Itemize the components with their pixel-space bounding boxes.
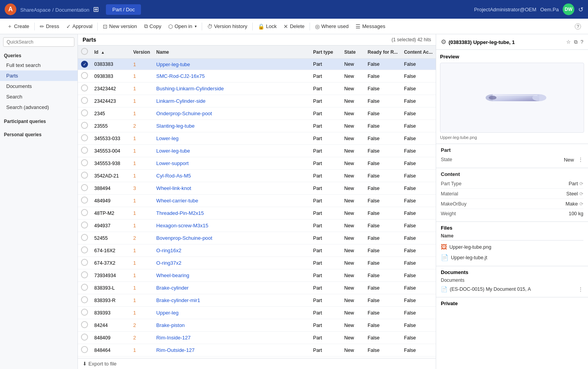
help-detail-icon[interactable]: ? bbox=[581, 39, 583, 45]
table-row[interactable]: 345553-004 1 Lower-leg-tube Part New Fal… bbox=[78, 145, 436, 157]
part-type-history-icon[interactable]: ⟳ bbox=[579, 181, 583, 186]
row-select-2[interactable] bbox=[81, 84, 88, 91]
row-name-6[interactable]: Lower-leg bbox=[153, 132, 310, 145]
state-more-icon[interactable]: ⋮ bbox=[578, 156, 583, 163]
row-name-22[interactable]: Rim-Inside-127 bbox=[153, 332, 310, 344]
create-button[interactable]: ＋ Create bbox=[4, 21, 32, 32]
table-row[interactable]: 73934934 1 Wheel-bearing Part New False … bbox=[78, 269, 436, 282]
file-row-png[interactable]: 🖼 Upper-leg-tube.png bbox=[441, 242, 583, 252]
row-checkbox-5[interactable] bbox=[78, 120, 91, 132]
row-name-15[interactable]: O-ring16x2 bbox=[153, 244, 310, 257]
grid-icon[interactable]: ⊞ bbox=[93, 5, 99, 14]
row-select-7[interactable] bbox=[81, 147, 88, 154]
table-row[interactable]: 494937 1 Hexagon-screw-M3x15 Part New Fa… bbox=[78, 220, 436, 232]
row-select-17[interactable] bbox=[81, 271, 88, 278]
table-row[interactable]: 838393-R 1 Brake-cylinder-mir1 Part New … bbox=[78, 294, 436, 307]
table-row[interactable]: 23555 2 Slanting-leg-tube Part New False… bbox=[78, 120, 436, 132]
col-header-ready[interactable]: Ready for R... bbox=[364, 46, 401, 59]
row-select-8[interactable] bbox=[81, 159, 88, 166]
delete-button[interactable]: ✕ Delete bbox=[280, 22, 308, 31]
row-select-3[interactable] bbox=[81, 97, 88, 104]
row-select-23[interactable] bbox=[81, 346, 88, 353]
sidebar-item-search[interactable]: Search bbox=[0, 91, 77, 102]
row-checkbox-10[interactable] bbox=[78, 182, 91, 195]
help-button[interactable]: ? bbox=[572, 22, 584, 31]
table-row[interactable]: 838393-L 1 Brake-cylinder Part New False… bbox=[78, 282, 436, 294]
search-input[interactable] bbox=[3, 37, 74, 47]
row-checkbox-23[interactable] bbox=[78, 344, 91, 357]
row-checkbox-15[interactable] bbox=[78, 244, 91, 257]
row-select-0[interactable]: ✓ bbox=[81, 61, 88, 68]
row-select-20[interactable] bbox=[81, 309, 88, 316]
row-name-21[interactable]: Brake-piston bbox=[153, 319, 310, 332]
row-select-4[interactable] bbox=[81, 109, 88, 116]
table-row[interactable]: 674-16X2 1 O-ring16x2 Part New False Fal… bbox=[78, 244, 436, 257]
col-header-state[interactable]: State bbox=[341, 46, 364, 59]
row-select-13[interactable] bbox=[81, 221, 88, 228]
row-checkbox-3[interactable] bbox=[78, 95, 91, 107]
row-select-11[interactable] bbox=[81, 197, 88, 204]
sidebar-item-parts[interactable]: Parts bbox=[0, 70, 77, 81]
row-name-2[interactable]: Bushing-Linkarm-Cylinderside bbox=[153, 83, 310, 95]
row-select-1[interactable] bbox=[81, 72, 88, 79]
file-row-jt[interactable]: 📄 Upper-leg-tube.jt bbox=[441, 252, 583, 263]
table-row[interactable]: 839393 1 Upper-leg Part New False False bbox=[78, 307, 436, 319]
col-header-checkbox[interactable] bbox=[78, 46, 91, 59]
makeorbuy-history-icon[interactable]: ⟳ bbox=[579, 201, 583, 207]
row-name-0[interactable]: Upper-leg-tube bbox=[153, 59, 310, 70]
row-select-14[interactable] bbox=[81, 234, 88, 241]
user-avatar[interactable]: DW bbox=[563, 4, 574, 15]
table-row[interactable]: 484949 1 Wheel-carrier-tube Part New Fal… bbox=[78, 195, 436, 207]
row-checkbox-20[interactable] bbox=[78, 307, 91, 319]
sidebar-item-full-text-search[interactable]: Full text search bbox=[0, 60, 77, 70]
table-row[interactable]: ✓ 0383383 1 Upper-leg-tube Part New Fals… bbox=[78, 59, 436, 70]
row-checkbox-17[interactable] bbox=[78, 269, 91, 282]
row-select-19[interactable] bbox=[81, 296, 88, 303]
table-row[interactable]: 2345 1 Onderprop-Schuine-poot Part New F… bbox=[78, 107, 436, 120]
sidebar-item-documents[interactable]: Documents bbox=[0, 81, 77, 91]
star-icon[interactable]: ☆ bbox=[566, 39, 571, 45]
row-name-5[interactable]: Slanting-leg-tube bbox=[153, 120, 310, 132]
row-select-15[interactable] bbox=[81, 246, 88, 253]
col-header-id[interactable]: Id ▲ bbox=[91, 46, 130, 59]
messages-button[interactable]: ☰ Messages bbox=[352, 22, 388, 31]
row-name-13[interactable]: Hexagon-screw-M3x15 bbox=[153, 220, 310, 232]
row-name-8[interactable]: Lower-support bbox=[153, 157, 310, 170]
row-name-14[interactable]: Bovenprop-Schuine-poot bbox=[153, 232, 310, 244]
row-checkbox-12[interactable] bbox=[78, 207, 91, 220]
row-name-7[interactable]: Lower-leg-tube bbox=[153, 145, 310, 157]
row-name-1[interactable]: SMC-Rod-CJ2-16x75 bbox=[153, 70, 310, 83]
col-header-version[interactable]: Version bbox=[130, 46, 153, 59]
table-row[interactable]: 23424423 1 Linkarm-Cylinder-side Part Ne… bbox=[78, 95, 436, 107]
table-row[interactable]: 848409 2 Rim-Inside-127 Part New False F… bbox=[78, 332, 436, 344]
export-button[interactable]: ⬇ Export to file bbox=[78, 358, 436, 369]
row-select-22[interactable] bbox=[81, 334, 88, 341]
row-checkbox-0[interactable]: ✓ bbox=[78, 59, 91, 70]
row-name-19[interactable]: Brake-cylinder-mir1 bbox=[153, 294, 310, 307]
dress-button[interactable]: ✏ Dress bbox=[37, 22, 62, 31]
row-checkbox-13[interactable] bbox=[78, 220, 91, 232]
row-select-6[interactable] bbox=[81, 134, 88, 141]
row-checkbox-8[interactable] bbox=[78, 157, 91, 170]
row-name-10[interactable]: Wheel-link-knot bbox=[153, 182, 310, 195]
row-checkbox-1[interactable] bbox=[78, 70, 91, 83]
row-checkbox-11[interactable] bbox=[78, 195, 91, 207]
row-checkbox-4[interactable] bbox=[78, 107, 91, 120]
sidebar-item-search-advanced[interactable]: Search (advanced) bbox=[0, 102, 77, 112]
col-header-content[interactable]: Content Ac... bbox=[401, 46, 436, 59]
table-row[interactable]: 345553-938 1 Lower-support Part New Fals… bbox=[78, 157, 436, 170]
row-name-12[interactable]: Threaded-Pin-M2x15 bbox=[153, 207, 310, 220]
table-row[interactable]: 388494 3 Wheel-link-knot Part New False … bbox=[78, 182, 436, 195]
new-version-button[interactable]: ⊡ New version bbox=[100, 22, 140, 31]
table-row[interactable]: 0938383 1 SMC-Rod-CJ2-16x75 Part New Fal… bbox=[78, 70, 436, 83]
row-checkbox-21[interactable] bbox=[78, 319, 91, 332]
row-name-20[interactable]: Upper-leg bbox=[153, 307, 310, 319]
row-select-21[interactable] bbox=[81, 321, 88, 328]
open-in-button[interactable]: ⬡ Open in bbox=[165, 22, 200, 31]
material-history-icon[interactable]: ⟳ bbox=[579, 191, 583, 197]
tab-part-doc[interactable]: Part / Doc bbox=[106, 4, 141, 15]
history-icon[interactable]: ↺ bbox=[578, 6, 583, 13]
row-name-17[interactable]: Wheel-bearing bbox=[153, 269, 310, 282]
row-checkbox-16[interactable] bbox=[78, 257, 91, 269]
row-select-12[interactable] bbox=[81, 209, 88, 216]
